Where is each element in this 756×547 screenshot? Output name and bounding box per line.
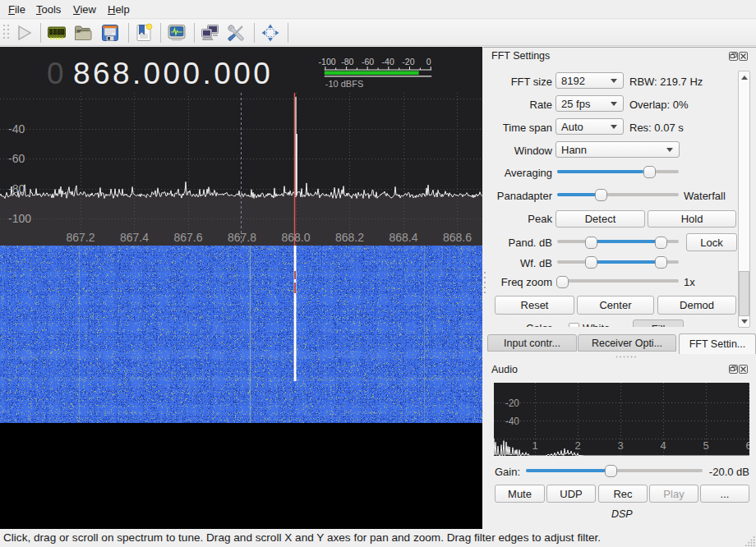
svg-text:868.4: 868.4 — [389, 231, 417, 244]
svg-text:867.4: 867.4 — [120, 231, 149, 244]
svg-text:1: 1 — [532, 439, 537, 452]
svg-text:6: 6 — [745, 439, 749, 452]
svg-text:-60: -60 — [362, 57, 374, 67]
svg-text:5: 5 — [703, 439, 708, 452]
svg-text:-40: -40 — [382, 57, 394, 67]
svg-text:3: 3 — [617, 439, 623, 452]
svg-text:-20: -20 — [402, 57, 414, 67]
svg-text:2: 2 — [574, 439, 580, 452]
svg-text:-100: -100 — [8, 212, 31, 225]
svg-text:-100: -100 — [319, 57, 336, 67]
svg-text:-20: -20 — [505, 398, 520, 409]
svg-text:-60: -60 — [8, 152, 25, 165]
svg-text:868.2: 868.2 — [335, 231, 364, 244]
svg-text:-40: -40 — [8, 122, 25, 136]
svg-text:867.2: 867.2 — [66, 231, 94, 244]
svg-text:-80: -80 — [341, 57, 353, 67]
svg-text:867.6: 867.6 — [173, 231, 202, 244]
svg-text:-10 dBFS: -10 dBFS — [325, 79, 363, 89]
svg-text:4: 4 — [660, 439, 666, 452]
svg-text:868.0: 868.0 — [281, 231, 310, 244]
svg-text:0: 0 — [426, 57, 431, 67]
svg-text:-40: -40 — [505, 416, 520, 427]
svg-text:-80: -80 — [8, 182, 25, 195]
svg-text:868.6: 868.6 — [443, 231, 472, 244]
svg-text:867.8: 867.8 — [228, 231, 256, 244]
